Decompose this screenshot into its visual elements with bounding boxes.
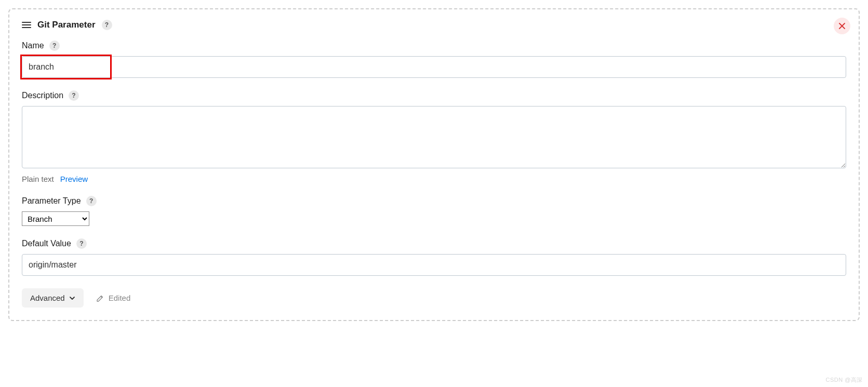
description-field-group: Description ? Plain text Preview xyxy=(22,90,846,183)
advanced-button-label: Advanced xyxy=(30,293,65,302)
description-textarea[interactable] xyxy=(22,106,846,168)
parameter-type-label: Parameter Type xyxy=(22,196,81,206)
parameter-type-field-group: Parameter Type ? Branch xyxy=(22,196,846,226)
panel-footer: Advanced Edited xyxy=(22,288,846,308)
preview-link[interactable]: Preview xyxy=(60,175,88,183)
plain-text-link[interactable]: Plain text xyxy=(22,175,54,183)
default-value-help-icon[interactable]: ? xyxy=(76,238,87,249)
edited-status: Edited xyxy=(96,293,131,302)
panel-title: Git Parameter xyxy=(37,20,96,30)
advanced-button[interactable]: Advanced xyxy=(22,288,84,308)
panel-header: Git Parameter ? xyxy=(22,20,846,30)
name-input[interactable] xyxy=(22,56,846,78)
panel-help-icon[interactable]: ? xyxy=(102,20,112,30)
git-parameter-panel: Git Parameter ? Name ? Description ? Pla… xyxy=(8,8,860,321)
description-help-icon[interactable]: ? xyxy=(69,90,79,101)
default-value-input[interactable] xyxy=(22,254,846,276)
parameter-type-select[interactable]: Branch xyxy=(22,211,89,226)
edited-label: Edited xyxy=(109,293,131,302)
drag-handle-icon[interactable] xyxy=(22,22,31,28)
pencil-icon xyxy=(96,294,104,302)
chevron-down-icon xyxy=(69,295,75,301)
description-label: Description xyxy=(22,91,63,100)
name-field-group: Name ? xyxy=(22,41,846,78)
name-help-icon[interactable]: ? xyxy=(49,41,60,51)
name-label: Name xyxy=(22,41,44,50)
close-icon xyxy=(838,22,846,30)
close-button[interactable] xyxy=(834,18,850,34)
default-value-field-group: Default Value ? xyxy=(22,238,846,276)
parameter-type-help-icon[interactable]: ? xyxy=(86,196,97,206)
default-value-label: Default Value xyxy=(22,239,71,248)
